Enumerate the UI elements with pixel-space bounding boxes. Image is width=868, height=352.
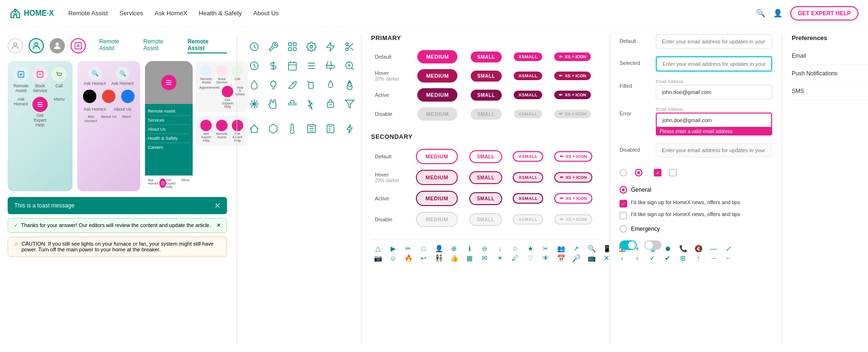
- checkbox-unchecked[interactable]: [669, 169, 677, 176]
- showcase-share[interactable]: ↗: [569, 245, 583, 252]
- site-logo[interactable]: HOME·X: [10, 8, 54, 19]
- menu-item-1[interactable]: Remote Assist: [148, 107, 190, 116]
- icon-dollar[interactable]: [266, 58, 281, 73]
- icon-leaf[interactable]: [285, 77, 300, 93]
- icon-clock[interactable]: [247, 58, 262, 73]
- icon-thermometer[interactable]: [285, 121, 300, 136]
- btn-secondary-xsicon-active[interactable]: ✏ XS + ICON: [554, 193, 593, 204]
- menu-item-2[interactable]: Services: [148, 116, 190, 125]
- btn-secondary-xsicon-default[interactable]: ✏ XS + ICON: [554, 151, 593, 162]
- nav-ask-homex[interactable]: Ask HomeX: [155, 10, 187, 17]
- radio-general[interactable]: [620, 186, 627, 194]
- btn-primary-xsmall-default[interactable]: XSMALL: [514, 52, 542, 61]
- radio-selected[interactable]: [635, 169, 642, 176]
- showcase-pen[interactable]: 🖊: [508, 254, 522, 262]
- icon-panel[interactable]: [304, 121, 319, 136]
- menu-item-3[interactable]: About Us: [148, 125, 190, 134]
- search-icon[interactable]: 🔍: [756, 9, 765, 18]
- icon-furnace[interactable]: [323, 121, 338, 136]
- icon-filter[interactable]: [342, 96, 357, 112]
- btn-primary-medium-default[interactable]: MEDIUM: [417, 50, 457, 63]
- icon-drop[interactable]: [323, 77, 338, 93]
- showcase-minus-circle[interactable]: ⊖: [478, 245, 491, 252]
- showcase-people[interactable]: 👥: [554, 245, 568, 252]
- btn-primary-medium-active[interactable]: MEDIUM: [417, 88, 457, 102]
- nav-remote-assist[interactable]: Remote Assist: [68, 10, 108, 17]
- icon-water[interactable]: [247, 77, 262, 93]
- icon-electrical[interactable]: [342, 121, 357, 136]
- input-default[interactable]: [656, 34, 772, 49]
- icon-spray[interactable]: [304, 77, 319, 93]
- btn-primary-xsicon-hover[interactable]: ✏ XS + ICON: [554, 72, 591, 80]
- btn-primary-medium-hover[interactable]: MEDIUM: [417, 69, 457, 83]
- btn-secondary-xsmall-active[interactable]: XSMALL: [513, 193, 543, 204]
- showcase-person[interactable]: 👤: [432, 245, 445, 252]
- user-avatar-3[interactable]: [50, 38, 65, 53]
- btn-secondary-xsicon-hover[interactable]: ✏ XS + ICON: [554, 172, 593, 183]
- showcase-mail[interactable]: ✉: [478, 254, 491, 262]
- showcase-star-filled[interactable]: ★: [524, 245, 537, 252]
- radio-emergency[interactable]: [620, 225, 627, 233]
- btn-primary-xsicon-active[interactable]: ✏ XS + ICON: [554, 91, 591, 99]
- nav-health-safety[interactable]: Health & Safety: [199, 10, 242, 17]
- nav-about-us[interactable]: About Us: [253, 10, 279, 17]
- showcase-flame2[interactable]: 🔥: [402, 254, 415, 262]
- alert-close-icon[interactable]: ✕: [217, 222, 221, 228]
- icon-tool2[interactable]: [323, 58, 338, 73]
- breadcrumb-remote-assist-1[interactable]: Remote Assist: [99, 38, 136, 53]
- showcase-mobile[interactable]: 📱: [600, 245, 613, 252]
- toggle-on[interactable]: [620, 240, 637, 250]
- checkbox-checked[interactable]: [654, 169, 661, 176]
- icon-bulb[interactable]: [266, 77, 281, 93]
- btn-secondary-medium-active[interactable]: MEDIUM: [416, 191, 458, 206]
- user-avatar-2[interactable]: [29, 38, 44, 53]
- input-error[interactable]: [656, 113, 772, 128]
- showcase-scissors2[interactable]: ✂: [539, 245, 552, 252]
- showcase-square[interactable]: □: [417, 245, 430, 252]
- showcase-plus-circle[interactable]: ⊕: [447, 245, 461, 252]
- btn-primary-small-default[interactable]: SMALL: [471, 52, 502, 62]
- showcase-tv[interactable]: 📺: [585, 254, 598, 262]
- icon-pipe[interactable]: [285, 96, 300, 112]
- icon-flame[interactable]: [342, 77, 357, 93]
- icon-zoom[interactable]: [342, 58, 357, 73]
- icon-24h[interactable]: [247, 39, 262, 54]
- btn-primary-small-hover[interactable]: SMALL: [471, 71, 502, 82]
- showcase-layout[interactable]: ▦: [463, 254, 476, 262]
- showcase-people2[interactable]: 👫: [432, 254, 445, 262]
- showcase-sun[interactable]: ☀: [493, 254, 506, 262]
- toast-close-icon[interactable]: ✕: [215, 202, 220, 209]
- showcase-camera[interactable]: 📷: [371, 254, 384, 262]
- icon-grid[interactable]: [285, 39, 300, 54]
- icon-wrench[interactable]: [266, 39, 281, 54]
- icon-settings2[interactable]: [304, 58, 319, 73]
- icon-snowflake[interactable]: [247, 96, 262, 112]
- showcase-calendar2[interactable]: 📅: [554, 254, 568, 262]
- showcase-thumb[interactable]: 👍: [447, 254, 461, 262]
- icon-lightning[interactable]: [323, 39, 338, 54]
- icon-pump[interactable]: [323, 96, 338, 112]
- showcase-search2[interactable]: 🔍: [585, 245, 598, 252]
- icon-calendar[interactable]: [285, 58, 300, 73]
- user-avatar-4[interactable]: [71, 38, 86, 53]
- showcase-triangle[interactable]: △: [371, 245, 384, 252]
- icon-box[interactable]: [266, 121, 281, 136]
- btn-secondary-small-default[interactable]: SMALL: [469, 150, 502, 163]
- btn-secondary-medium-hover[interactable]: MEDIUM: [416, 170, 458, 185]
- radio-unselected[interactable]: [620, 169, 627, 176]
- btn-secondary-xsmall-default[interactable]: XSMALL: [513, 151, 543, 162]
- toggle-off[interactable]: [644, 240, 661, 250]
- icon-hand[interactable]: [266, 96, 281, 112]
- showcase-eye[interactable]: 👁: [539, 254, 552, 262]
- btn-secondary-small-active[interactable]: SMALL: [469, 192, 502, 205]
- user-avatar-1[interactable]: [8, 38, 23, 53]
- showcase-info-circle[interactable]: ℹ: [463, 245, 476, 252]
- btn-secondary-small-hover[interactable]: SMALL: [469, 171, 502, 184]
- showcase-zoom2[interactable]: 🔎: [569, 254, 583, 262]
- btn-primary-xsicon-default[interactable]: ✏ XS + ICON: [554, 52, 591, 61]
- icon-bolt[interactable]: [304, 96, 319, 112]
- user-icon[interactable]: 👤: [773, 9, 783, 18]
- btn-primary-xsmall-active[interactable]: XSMALL: [514, 91, 542, 99]
- btn-primary-xsmall-hover[interactable]: XSMALL: [514, 72, 542, 80]
- showcase-heart[interactable]: ♡: [524, 254, 537, 262]
